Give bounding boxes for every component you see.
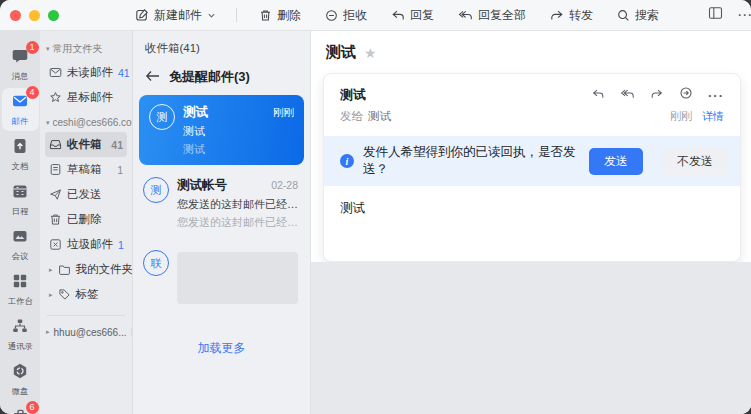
star-icon: [49, 91, 62, 104]
details-link[interactable]: 详情: [702, 109, 724, 124]
section-account[interactable]: ▾ ceshi@ces666.com: [45, 110, 127, 132]
folder-inbox[interactable]: 收件箱 41: [45, 132, 127, 157]
load-more-link[interactable]: 加载更多: [133, 340, 310, 357]
toolbar: 新建邮件 删除 拒收 回复 回复全部 转发: [0, 0, 751, 31]
star-toggle-icon[interactable]: ★: [364, 46, 377, 60]
receipt-question: 发件人希望得到你的已读回执，是否发送？: [363, 144, 580, 178]
forward-button[interactable]: 转发: [550, 7, 593, 24]
compose-icon: [135, 8, 149, 22]
inbox-icon: [49, 138, 62, 151]
folder-deleted[interactable]: 已删除: [45, 207, 127, 232]
compose-button[interactable]: 新建邮件: [135, 7, 216, 24]
mail-list-header: 收件箱(41): [133, 31, 310, 58]
send-receipt-button[interactable]: 发送: [589, 148, 643, 175]
meeting-icon: [11, 227, 29, 249]
paper-plane-icon: [49, 188, 62, 201]
folder-sent[interactable]: 已发送: [45, 182, 127, 207]
recipient-row: 发给 测试 刚刚 详情: [324, 107, 740, 136]
sidebar-item-docs[interactable]: 文档: [2, 133, 39, 176]
mail-list-filter: 免提醒邮件(3): [133, 58, 310, 95]
mail-item-subject: 测试: [183, 124, 294, 139]
trash-icon: [49, 213, 62, 226]
avatar: 联: [143, 250, 169, 276]
sidebar-item-calendar[interactable]: 日程: [2, 178, 39, 221]
expand-triangle-icon: ▸: [49, 266, 53, 274]
trash-icon: [259, 9, 272, 22]
avatar: 测: [149, 104, 175, 130]
pane-background: [311, 262, 751, 414]
envelope-icon: [49, 66, 62, 79]
mail-badge: 4: [26, 86, 39, 99]
mail-list-panel: 收件箱(41) 免提醒邮件(3) 测 测试 刚刚 测试 测试 测: [133, 31, 311, 414]
folder-my-folders[interactable]: ▸ 我的文件夹: [45, 257, 127, 282]
collapse-triangle-icon: ▾: [46, 119, 50, 127]
sidebar-item-messages[interactable]: 1 消息: [2, 43, 39, 86]
zoom-window-button[interactable]: [48, 10, 59, 21]
minus-circle-icon: [325, 9, 338, 22]
circle-arrow-icon[interactable]: [679, 86, 693, 104]
expand-triangle-icon: ▸: [46, 328, 50, 336]
section-common-folders[interactable]: ▾ 常用文件夹: [45, 35, 127, 60]
folder-tags[interactable]: ▸ 标签: [45, 282, 127, 307]
mail-item-preview: 测试: [183, 142, 294, 157]
doc-icon: [11, 137, 29, 159]
mail-item-title: 测试帐号: [177, 177, 227, 194]
sidebar-item-mail[interactable]: 4 邮件: [2, 88, 39, 131]
more-actions-button[interactable]: ⋯: [737, 6, 751, 24]
mail-app-window: 新建邮件 删除 拒收 回复 回复全部 转发: [0, 0, 751, 414]
sidebar-item-drive[interactable]: 微盘: [2, 358, 39, 401]
reply-all-icon[interactable]: [620, 86, 635, 104]
calendar-icon: [11, 182, 29, 204]
mail-time: 刚刚: [670, 109, 692, 124]
delete-button[interactable]: 删除: [259, 7, 301, 24]
mail-item-time: 刚刚: [273, 106, 294, 120]
folder-unread[interactable]: 未读邮件 41: [45, 60, 127, 85]
folder-icon: [58, 263, 71, 276]
mail-item-preview: 您发送的这封邮件已经被打开。: [177, 215, 298, 230]
forward-icon[interactable]: [650, 86, 664, 104]
draft-icon: [49, 163, 62, 176]
mail-item-loading[interactable]: 联: [133, 238, 310, 312]
sidebar-item-meeting[interactable]: 会议: [2, 223, 39, 266]
minimize-window-button[interactable]: [29, 10, 40, 21]
close-window-button[interactable]: [10, 10, 21, 21]
loading-skeleton: [177, 252, 298, 304]
reading-pane: 测试 ★ 测试 ··· 发给 测试: [311, 31, 751, 414]
info-icon: i: [340, 154, 354, 168]
window-controls: [0, 10, 69, 21]
search-button[interactable]: 搜索: [617, 7, 659, 24]
forward-icon: [550, 9, 564, 22]
reply-icon[interactable]: [591, 86, 605, 104]
reply-all-button[interactable]: 回复全部: [458, 7, 526, 24]
contacts-icon: [11, 317, 29, 339]
layout-toggle-button[interactable]: [708, 6, 723, 24]
more-icon[interactable]: ···: [708, 88, 724, 103]
mail-item[interactable]: 测 测试帐号 02-28 您发送的这封邮件已经被打开。 您发送的这封邮件已经被打…: [133, 165, 310, 238]
to-label: 发给: [340, 109, 363, 124]
reject-button[interactable]: 拒收: [325, 7, 367, 24]
mail-item-title: 测试: [183, 104, 208, 121]
read-receipt-banner: i 发件人希望得到你的已读回执，是否发送？ 发送 不发送: [324, 136, 740, 186]
toolbar-right: ⋯: [708, 6, 751, 24]
reply-button[interactable]: 回复: [391, 7, 434, 24]
mail-detail-header: 测试 ★: [311, 31, 751, 72]
reply-icon: [391, 9, 405, 22]
messages-badge: 1: [26, 41, 39, 54]
folder-drafts[interactable]: 草稿箱 1: [45, 157, 127, 182]
sidebar-item-contacts[interactable]: 通讯录: [2, 313, 39, 356]
mail-item-time: 02-28: [271, 179, 298, 191]
folder-spam[interactable]: 垃圾邮件 1: [45, 232, 127, 257]
mail-item-selected[interactable]: 测 测试 刚刚 测试 测试: [139, 95, 304, 165]
search-icon: [617, 9, 630, 22]
toolbar-actions: 新建邮件 删除 拒收 回复 回复全部 转发: [135, 7, 683, 24]
sidebar-item-company[interactable]: 6: [2, 403, 39, 414]
mail-item-subject: 您发送的这封邮件已经被打开。: [177, 197, 298, 212]
sidebar-item-workbench[interactable]: 工作台: [2, 268, 39, 311]
avatar: 测: [143, 177, 169, 203]
account-hhuu[interactable]: ▸ hhuu@ces666... hhuu: [45, 318, 127, 346]
dont-send-receipt-button[interactable]: 不发送: [662, 148, 728, 175]
drive-icon: [11, 362, 29, 384]
folder-starred[interactable]: 星标邮件: [45, 85, 127, 110]
divider: [47, 315, 125, 316]
back-arrow-icon[interactable]: [145, 70, 160, 85]
